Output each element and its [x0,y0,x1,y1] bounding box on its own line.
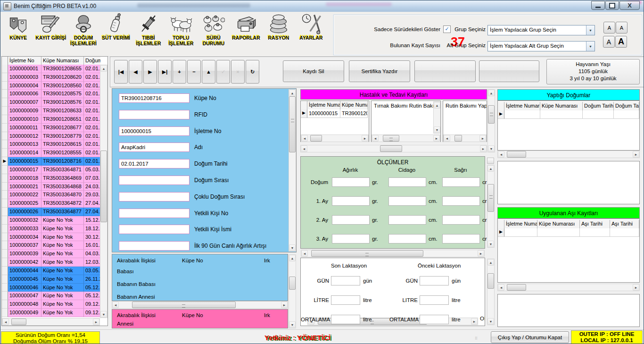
scroll-arrow-icon[interactable]: ▼ [488,145,495,152]
blank-button-1[interactable] [414,60,476,82]
scroll-arrow-icon[interactable]: ► [633,284,639,291]
scroll-thumb[interactable] [488,105,495,124]
scroll-arrow-icon[interactable]: ► [281,302,288,308]
table-row[interactable]: 1000000009TR3900120863302.01.2 [2,107,100,115]
nav-button-6[interactable]: ▲ [202,60,215,84]
form-input-8[interactable] [119,209,190,218]
scroll-thumb[interactable] [100,151,107,222]
column-header[interactable]: İşletme Numa [504,220,537,228]
scroll-thumb[interactable] [289,96,296,152]
measurement-input[interactable] [442,215,480,225]
table-row[interactable]: 1000000004TR3900120856002.01.2 [2,82,100,90]
toolbar-button-sut-verimi[interactable]: SÜT VERİMİ [100,13,132,54]
scroll-arrow-icon[interactable]: ◄ [372,135,379,142]
toolbar-button-ayarlar[interactable]: AYARLAR [295,13,327,54]
group-select[interactable]: İşlem Yapılacak Grup Seçin ▼ [487,25,595,35]
scroll-thumb[interactable] [310,135,322,142]
table-row[interactable]: 1000000021TR3500336486824.03.2 [2,183,100,191]
births-hscrollbar[interactable]: ◄► [497,151,640,158]
scroll-thumb[interactable] [132,302,236,308]
scroll-arrow-icon[interactable]: ◄ [112,302,119,308]
column-header[interactable]: Küpe Numar [340,101,368,109]
form-input-10[interactable] [119,241,190,251]
font-size-button-1[interactable]: A [603,22,615,34]
column-header-kupe-numarasi[interactable]: Küpe Numarası [41,57,84,65]
lactation-input[interactable] [331,315,360,324]
form-input-3[interactable] [119,126,190,136]
form-input-6[interactable] [119,176,190,185]
scroll-thumb[interactable] [311,250,423,257]
measurement-input[interactable] [388,215,426,225]
scroll-track[interactable] [434,109,440,126]
births-grid-row[interactable]: ▶ [498,110,639,119]
table-row[interactable]: 1000000013TR3900120861502.01.2 [2,140,100,149]
column-header[interactable]: Doğum Tarihi [583,102,614,110]
scroll-track[interactable] [9,319,93,325]
measurement-input[interactable] [332,215,370,225]
toolbar-button-raporlar[interactable]: RAPORLAR [230,13,262,54]
table-row[interactable]: 1000000034Küpe No Yok30.12.2 [2,233,100,242]
scroll-thumb[interactable] [454,135,462,142]
blank-button-2[interactable] [479,60,539,82]
scroll-arrow-icon[interactable]: ► [478,250,484,257]
scroll-arrow-icon[interactable]: ◄ [498,151,504,158]
scroll-arrow-icon[interactable]: ▼ [289,321,296,328]
nav-button-9[interactable]: ↻ [246,60,259,84]
table-row[interactable]: 1000000039Küpe No Yok04.03.2 [2,250,100,258]
toolbar-button-dogum-islemleri[interactable]: DOĞUM İŞLEMLERİ [67,13,99,54]
table-row[interactable]: 1000000003TR3900120862002.01.2 [2,73,100,82]
table-row[interactable]: 1000000026TR3500336487727.04.2 [2,208,100,216]
measurement-input[interactable] [332,234,370,243]
scroll-thumb[interactable] [507,284,526,291]
scroll-arrow-icon[interactable]: ◄ [498,284,504,291]
pedigree-vscrollbar[interactable]: ▲▼ [289,254,296,328]
restore-button[interactable] [605,1,619,10]
font-size-button-3[interactable]: A [603,36,615,48]
scroll-arrow-icon[interactable]: ► [362,135,368,142]
scroll-arrow-icon[interactable]: ◄ [301,135,308,142]
table-row[interactable]: 1000000018TR3500336486907.03.2 [2,174,100,183]
scroll-arrow-icon[interactable]: ► [433,135,440,142]
scroll-track[interactable] [450,135,479,142]
lactation-input[interactable] [331,295,360,305]
form-input-2[interactable] [119,110,190,119]
delete-record-button[interactable]: Kaydı Sil [283,60,344,82]
scroll-thumb[interactable] [11,319,26,325]
table-row[interactable]: 1000000022TR3500336487029.03.2 [2,191,100,199]
form-input-7[interactable] [119,192,190,201]
scroll-arrow-icon[interactable]: ▲ [487,165,494,172]
lactation-input[interactable] [331,276,360,285]
scroll-arrow-icon[interactable]: ► [633,151,639,158]
toolbar-button-kayit-girisi[interactable]: KAYIT GİRİŞİ [35,13,67,54]
nav-button-7[interactable]: ✓ [216,60,230,84]
table-row[interactable]: 1000000046Küpe No Yok05.12.2 [2,284,100,292]
column-header-isletme-no[interactable]: İşletme No [8,57,41,65]
table-row[interactable]: 1000000042Küpe No Yok12.03.2 [2,258,100,267]
toolbar-button-rasyon[interactable]: RASYON [263,13,295,54]
scroll-arrow-icon[interactable]: ▲ [488,90,495,96]
column-header[interactable]: Küpe Numarası [540,102,583,110]
measurement-input[interactable] [388,234,426,243]
scroll-arrow-icon[interactable]: ▲ [487,259,494,266]
measurement-input[interactable] [388,177,426,187]
table-row[interactable]: 1000000012TR3900120877902.01.2 [2,132,100,141]
chevron-down-icon[interactable]: ▼ [586,42,594,51]
scroll-track[interactable] [100,72,107,311]
form-input-9[interactable] [119,225,190,234]
column-header[interactable]: Aşı Tarihi [580,220,610,228]
scroll-thumb[interactable] [507,151,526,158]
column-header[interactable]: İşletme Numara [504,102,540,110]
print-certificate-button[interactable]: Sertifika Yazdır [349,60,410,82]
scroll-track[interactable] [308,135,362,142]
form-input-4[interactable] [119,143,190,152]
toolbar-button-toplu-islemler[interactable]: TOPLU İŞLEMLER [165,13,197,54]
close-button[interactable]: X [619,1,640,10]
health-grid-row[interactable]: ▶1000000015TR39001208 [301,109,368,118]
nav-button-2[interactable]: ▶ [143,60,157,84]
measurement-input[interactable] [442,177,480,187]
table-row[interactable]: 1000000006TR3900120857502.01.2 [2,90,100,98]
scroll-track[interactable] [289,261,296,321]
toolbar-button-suru-durumu[interactable]: SÜRÜ DURUMU [198,13,230,54]
lactation-input[interactable] [420,276,449,285]
table-row[interactable]: 1000000001TR3900120865502.01.2 [2,65,100,73]
